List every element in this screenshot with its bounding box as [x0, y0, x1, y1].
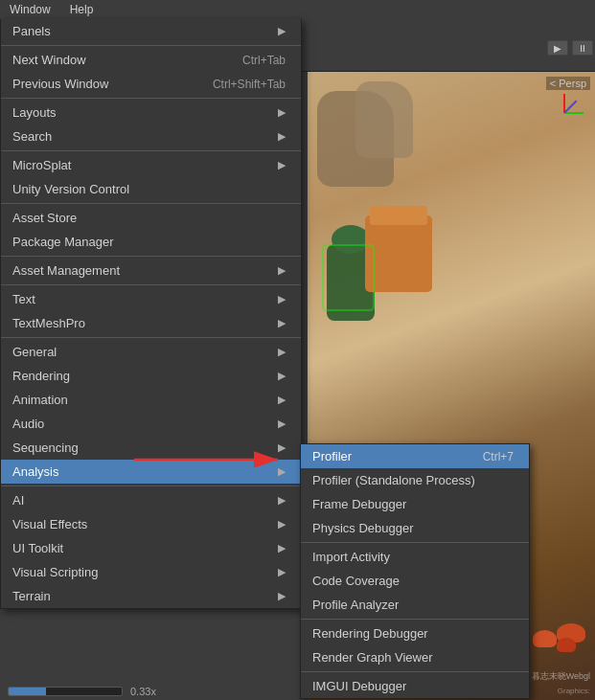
submenu-item-import-activity[interactable]: Import Activity [301, 545, 529, 569]
search-arrow: ▶ [278, 130, 286, 143]
ui-toolkit-arrow: ▶ [278, 542, 286, 554]
visual-scripting-arrow: ▶ [278, 566, 286, 578]
menu-item-layouts[interactable]: Layouts ▶ [1, 101, 301, 124]
analysis-label: Analysis [12, 464, 58, 479]
zoom-level: 0.33x [130, 686, 156, 697]
menu-item-ai[interactable]: AI ▶ [1, 488, 301, 512]
menu-item-textmeshpro[interactable]: TextMeshPro ▶ [1, 311, 301, 335]
submenu-item-physics-debugger[interactable]: Physics Debugger [301, 516, 529, 540]
menu-item-previous-window[interactable]: Previous Window Ctrl+Shift+Tab [1, 72, 301, 96]
submenu-item-rendering-debugger[interactable]: Rendering Debugger [301, 621, 529, 645]
general-arrow: ▶ [278, 346, 286, 358]
analysis-arrow: ▶ [278, 465, 286, 478]
menu-item-rendering[interactable]: Rendering ▶ [1, 364, 301, 388]
progress-fill [9, 688, 46, 695]
menu-item-ui-toolkit[interactable]: UI Toolkit ▶ [1, 536, 301, 560]
asset-store-label: Asset Store [12, 211, 77, 225]
rendering-arrow: ▶ [278, 370, 286, 382]
profiler-label: Profiler [312, 449, 352, 463]
visual-effects-label: Visual Effects [12, 517, 87, 531]
terrain-label: Terrain [12, 589, 51, 603]
asset-management-label: Asset Management [12, 263, 120, 278]
import-activity-label: Import Activity [312, 550, 390, 564]
help-menu[interactable]: Help [64, 1, 100, 18]
physics-debugger-label: Physics Debugger [312, 521, 414, 535]
visual-scripting-label: Visual Scripting [12, 565, 98, 579]
visual-effects-arrow: ▶ [278, 518, 286, 531]
menu-item-package-manager[interactable]: Package Manager [1, 230, 301, 254]
toolbar-controls: ▶ ⏸ [547, 40, 593, 56]
frame-debugger-label: Frame Debugger [312, 497, 406, 511]
submenu-item-profile-analyzer[interactable]: Profile Analyzer [301, 593, 529, 617]
window-dropdown-menu: Panels ▶ Next Window Ctrl+Tab Previous W… [0, 19, 302, 609]
layouts-label: Layouts [12, 105, 57, 120]
separator-8 [1, 485, 301, 486]
panels-arrow: ▶ [278, 25, 286, 37]
asset-management-arrow: ▶ [278, 264, 286, 277]
menu-item-panels[interactable]: Panels ▶ [1, 19, 301, 43]
ai-label: AI [12, 493, 24, 508]
animation-arrow: ▶ [278, 394, 286, 406]
separator-5 [1, 256, 301, 257]
next-window-shortcut: Ctrl+Tab [242, 54, 286, 67]
menu-item-asset-store[interactable]: Asset Store [1, 206, 301, 230]
menu-item-asset-management[interactable]: Asset Management ▶ [1, 259, 301, 282]
previous-window-shortcut: Ctrl+Shift+Tab [213, 78, 286, 91]
submenu-item-frame-debugger[interactable]: Frame Debugger [301, 492, 529, 516]
render-graph-viewer-label: Render Graph Viewer [312, 650, 433, 665]
previous-window-label: Previous Window [12, 77, 108, 91]
menu-item-terrain[interactable]: Terrain ▶ [1, 584, 301, 608]
viewport-persp-label: < Persp [546, 77, 590, 90]
separator-4 [1, 203, 301, 204]
menu-item-search[interactable]: Search ▶ [1, 124, 301, 148]
menu-item-analysis[interactable]: Analysis ▶ [1, 460, 301, 484]
text-arrow: ▶ [278, 293, 286, 305]
sequencing-arrow: ▶ [278, 441, 286, 454]
submenu-item-profiler[interactable]: Profiler Ctrl+7 [301, 444, 529, 468]
menu-item-audio[interactable]: Audio ▶ [1, 412, 301, 436]
graphics-label: Graphics: [558, 687, 590, 695]
code-coverage-label: Code Coverage [312, 574, 400, 588]
analysis-submenu: Profiler Ctrl+7 Profiler (Standalone Pro… [300, 443, 530, 699]
submenu-item-code-coverage[interactable]: Code Coverage [301, 569, 529, 593]
profiler-standalone-label: Profiler (Standalone Process) [312, 473, 475, 487]
terrain-arrow: ▶ [278, 590, 286, 602]
microsplat-arrow: ▶ [278, 159, 286, 171]
profile-analyzer-label: Profile Analyzer [312, 598, 399, 612]
menu-item-unity-version-control[interactable]: Unity Version Control [1, 177, 301, 201]
ui-toolkit-label: UI Toolkit [12, 541, 63, 555]
menu-item-general[interactable]: General ▶ [1, 340, 301, 364]
separator-3 [1, 150, 301, 151]
panels-label: Panels [12, 24, 51, 38]
menu-item-visual-scripting[interactable]: Visual Scripting ▶ [1, 560, 301, 584]
package-manager-label: Package Manager [12, 235, 114, 249]
submenu-item-render-graph-viewer[interactable]: Render Graph Viewer [301, 645, 529, 669]
window-menu[interactable]: Window [4, 1, 57, 18]
menu-item-text[interactable]: Text ▶ [1, 287, 301, 311]
ai-arrow: ▶ [278, 494, 286, 507]
search-label: Search [12, 129, 52, 144]
menu-item-microsplat[interactable]: MicroSplat ▶ [1, 153, 301, 177]
audio-label: Audio [12, 417, 44, 431]
menu-item-sequencing[interactable]: Sequencing ▶ [1, 436, 301, 460]
pause-button[interactable]: ⏸ [572, 40, 593, 56]
rendering-debugger-label: Rendering Debugger [312, 626, 428, 641]
menu-item-animation[interactable]: Animation ▶ [1, 388, 301, 412]
next-window-label: Next Window [12, 53, 86, 67]
separator-1 [1, 45, 301, 46]
progress-bar [8, 687, 123, 696]
menu-item-next-window[interactable]: Next Window Ctrl+Tab [1, 48, 301, 72]
audio-arrow: ▶ [278, 418, 286, 430]
text-label: Text [12, 292, 35, 306]
general-label: General [12, 345, 57, 359]
submenu-item-imgui-debugger[interactable]: IMGUI Debugger [301, 674, 529, 698]
menu-item-visual-effects[interactable]: Visual Effects ▶ [1, 512, 301, 536]
watermark: 暮志未晓Webgl [532, 670, 590, 683]
submenu-separator-2 [301, 619, 529, 620]
play-button[interactable]: ▶ [547, 40, 568, 56]
microsplat-label: MicroSplat [12, 158, 71, 172]
imgui-debugger-label: IMGUI Debugger [312, 679, 406, 693]
submenu-separator-1 [301, 542, 529, 543]
unity-version-control-label: Unity Version Control [12, 182, 129, 196]
submenu-item-profiler-standalone[interactable]: Profiler (Standalone Process) [301, 468, 529, 492]
